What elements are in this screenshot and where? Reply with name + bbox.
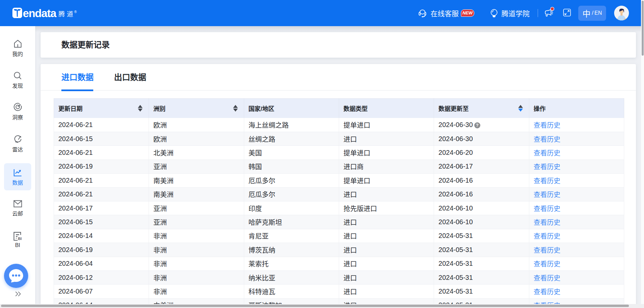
svg-text:BI: BI bbox=[18, 237, 22, 241]
